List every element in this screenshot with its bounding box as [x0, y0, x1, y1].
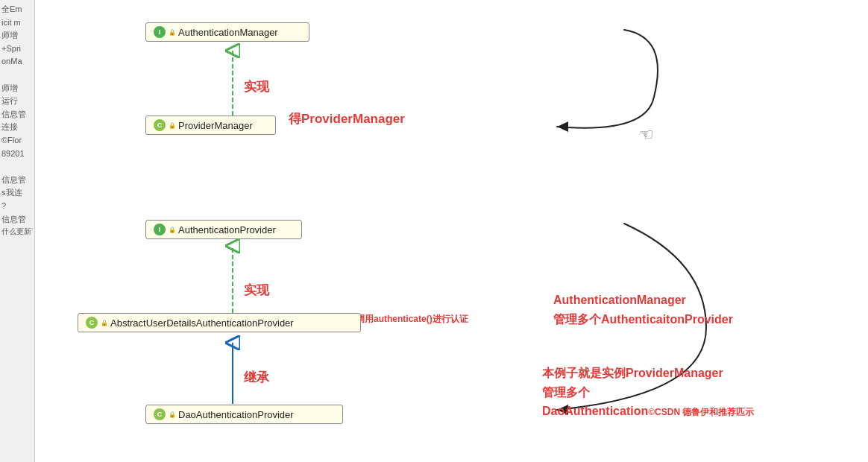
abstract-user-details-label: AbstractUserDetailsAuthenticationProvide… — [110, 317, 294, 329]
realize-label-2: 实现 — [244, 282, 269, 299]
interface-icon: I — [154, 26, 166, 38]
cursor-hand-icon: ☜ — [639, 125, 654, 145]
auth-manager-line1: AuthenticationManager — [553, 291, 733, 310]
class-icon: C — [154, 119, 166, 131]
authentication-manager-label: AuthenticationManager — [178, 27, 278, 38]
lock-icon: 🔒 — [169, 29, 176, 36]
uml-box-abstract-user-details: C 🔒 AbstractUserDetailsAuthenticationPro… — [78, 313, 361, 332]
uml-box-dao-authentication: C 🔒 DaoAuthenticationProvider — [145, 405, 343, 424]
lock-icon-5: 🔒 — [169, 411, 176, 418]
uml-box-authentication-manager: I 🔒 AuthenticationManager — [145, 22, 309, 42]
svg-marker-5 — [557, 121, 568, 132]
sidebar-content: 全Em icit m 师增 +Spri onMa 师增 运行 信息管 连接 ©F… — [1, 3, 33, 238]
lock-icon-2: 🔒 — [169, 122, 176, 129]
example-line1: 本例子就是实例ProviderManager — [542, 364, 754, 383]
authentication-provider-label: AuthenticationProvider — [178, 224, 276, 235]
interface-icon-2: I — [154, 224, 166, 235]
diagram-area: I 🔒 AuthenticationManager C 🔒 ProviderMa… — [35, 0, 868, 462]
auth-manager-line2: 管理多个AuthenticaitonProvider — [553, 310, 733, 329]
example-line2: 管理多个 — [542, 383, 754, 402]
uml-box-authentication-provider: I 🔒 AuthenticationProvider — [145, 220, 302, 239]
call-authenticate-label: 调用authenticate()进行认证 — [356, 313, 468, 326]
dao-authentication-label: DaoAuthenticationProvider — [178, 409, 294, 420]
example-line3: DaoAuthentication©CSDN 德鲁伊和推荐匹示 — [542, 402, 754, 421]
class-icon-2: C — [86, 317, 98, 329]
class-icon-3: C — [154, 408, 166, 420]
get-provider-manager-label: 得ProviderManager — [289, 110, 405, 127]
example-desc-label: 本例子就是实例ProviderManager 管理多个 DaoAuthentic… — [542, 364, 754, 421]
inherit-label: 继承 — [244, 369, 269, 386]
uml-box-provider-manager: C 🔒 ProviderManager — [145, 116, 276, 135]
auth-manager-desc-label: AuthenticationManager 管理多个Authenticaiton… — [553, 291, 733, 329]
provider-manager-label: ProviderManager — [178, 120, 253, 131]
lock-icon-3: 🔒 — [169, 227, 176, 233]
realize-label-1: 实现 — [244, 78, 269, 95]
left-sidebar: 全Em icit m 师增 +Spri onMa 师增 运行 信息管 连接 ©F… — [0, 0, 35, 462]
lock-icon-4: 🔒 — [101, 320, 108, 326]
